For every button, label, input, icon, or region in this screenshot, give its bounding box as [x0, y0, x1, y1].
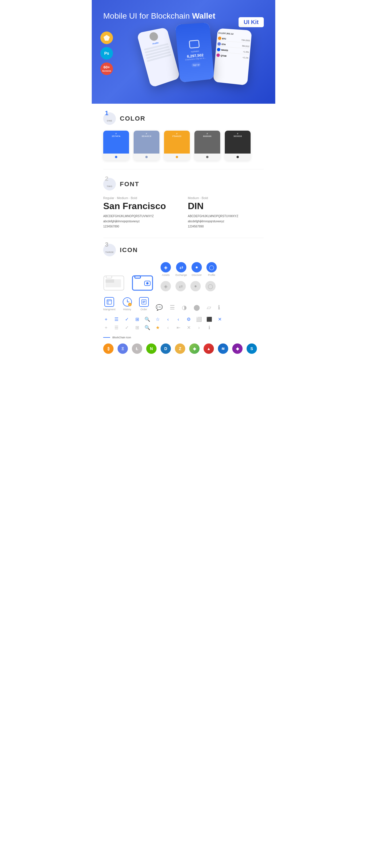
assets-icon-box: ◈ Assets [161, 262, 171, 276]
plus-icon: + [103, 317, 109, 322]
plus-icon-inactive: + [103, 325, 109, 330]
wallet-icons-row: ◈ Assets ⇄ Exchange ● Discover ◯ Profile… [103, 262, 264, 291]
share-icon: ‹ [175, 317, 181, 322]
qr-icon: ⊞ [134, 316, 140, 322]
utility-icons-active: + ☰ ✓ ⊞ 🔍 ☆ ‹ ‹ ⚙ ⬜ ⬛ ✕ [103, 316, 264, 322]
discover-icon-inactive: ● [190, 281, 201, 291]
sketch-badge [101, 32, 113, 44]
section-number-icon: 3 THREE ICON [103, 244, 264, 256]
blockchain-line [103, 337, 110, 338]
color-card-blue: # 3574FA [103, 131, 129, 160]
color-card-slate: # 8DA0C8 [134, 131, 160, 160]
color-section: 1 ONE COLOR # 3574FA # 8DA0C8 # F5A623 [92, 104, 275, 169]
forward-icon-inactive: › [196, 325, 202, 330]
bottom-nav-icons: Mangment ! History Order 💬 [103, 297, 264, 311]
qr-icon-inactive: ⊞ [134, 325, 140, 330]
svg-text:!: ! [129, 303, 130, 306]
phone-right: $ 6,297,502.12 BTC 738-2003 ETH 564,912 … [213, 28, 252, 85]
speech-icon: ▱ [207, 304, 211, 311]
matic-icon: ◆ [232, 343, 243, 354]
svg-rect-9 [107, 300, 112, 304]
zcash-icon: Z [175, 343, 185, 354]
star-icon: ☆ [155, 316, 161, 322]
back-icon-inactive: ‹ [165, 325, 171, 330]
icon-section: 3 THREE ICON [92, 238, 275, 362]
stack-icon: ☰ [170, 304, 175, 311]
svg-rect-4 [106, 279, 114, 283]
ps-badge: Ps [101, 47, 113, 60]
receive-icon: ⬛ [206, 316, 212, 322]
back-icon: ‹ [165, 317, 171, 322]
star-icon-active: ★ [155, 325, 161, 330]
management-icon-item: Mangment [103, 297, 116, 311]
section-number-color: 1 ONE COLOR [103, 112, 264, 125]
discover-icon: ● [192, 262, 202, 273]
circle-icon: ⬤ [194, 304, 200, 311]
send-icon: ⬜ [196, 316, 202, 322]
history-icon-item: ! History [122, 297, 132, 311]
font-section: 2 TWO FONT Regular · Medium · Bold San F… [92, 169, 275, 238]
ark-icon: ▲ [204, 343, 214, 354]
profile-icon-box: ◯ Profile [206, 262, 217, 276]
iota-icon: ◈ [189, 343, 200, 354]
exchange-icon-box: ⇄ Exchange [175, 262, 187, 276]
assets-icon-inactive: ◈ [161, 281, 171, 291]
eth-icon: Ξ [117, 343, 128, 354]
exchange-icon: ⇄ [176, 262, 186, 273]
svg-rect-6 [135, 276, 140, 278]
order-icon-item: Order [139, 297, 149, 311]
hero-badges: Ps 60+ Screens [101, 32, 113, 75]
font-din: Medium · Bold DIN ABCDEFGHIJKLMNOPQRSTUV… [188, 196, 264, 229]
nav-icon-group: ◈ Assets ⇄ Exchange ● Discover ◯ Profile… [161, 262, 217, 291]
phone-left: Profile [137, 27, 180, 88]
waves-icon: ≋ [218, 343, 228, 354]
edit-icon: ☰ [114, 316, 119, 322]
discover-icon-box: ● Discover [192, 262, 202, 276]
font-grid: Regular · Medium · Bold San Francisco AB… [103, 196, 264, 229]
utility-icons-inactive: + ☰ ✓ ⊞ 🔍 ★ ‹ ⇤ ✕ › ℹ [103, 325, 264, 330]
moon-icon: ◑ [182, 304, 187, 311]
number-circle-3: 3 THREE [103, 244, 116, 256]
crypto-icons-row: ₿ Ξ Ł N D Z ◈ ▲ ≋ ◆ S [103, 343, 264, 354]
font-sf: Regular · Medium · Bold San Francisco AB… [103, 196, 179, 229]
number-circle-2: 2 TWO [103, 178, 116, 190]
chat-icon: 💬 [156, 304, 163, 311]
edit-icon-inactive: ☰ [114, 325, 119, 330]
profile-icon: ◯ [206, 262, 217, 273]
svg-rect-2 [106, 276, 112, 278]
color-card-gray: # 666666 [194, 131, 220, 160]
info-icon-inactive: ℹ [206, 325, 212, 330]
screens-badge: 60+ Screens [101, 62, 113, 75]
info-icon: ℹ [218, 304, 220, 311]
search-icon-inactive: 🔍 [144, 325, 150, 330]
neo-icon: N [146, 343, 157, 354]
section-number-font: 2 TWO FONT [103, 178, 264, 190]
color-card-dark: # 303030 [225, 131, 251, 160]
wallet-solid-icon [132, 273, 155, 291]
number-circle-1: 1 ONE [103, 112, 116, 125]
hero-section: Mobile UI for Blockchain Wallet UI Kit P… [92, 0, 275, 104]
stratis-icon: S [247, 343, 257, 354]
svg-point-8 [146, 282, 148, 284]
settings-icon: ⚙ [186, 316, 192, 322]
x-icon-inactive: ✕ [186, 325, 192, 330]
share-icon-inactive: ⇤ [175, 325, 181, 330]
check-icon-inactive: ✓ [124, 325, 130, 330]
blockchain-icons-section: BlockChain Icon ₿ Ξ Ł N D Z ◈ ▲ ≋ ◆ S [103, 336, 264, 354]
dash-icon: D [161, 343, 171, 354]
search-icon: 🔍 [144, 316, 150, 322]
color-swatches: # 3574FA # 8DA0C8 # F5A623 # 666666 [103, 131, 264, 160]
exchange-icon-inactive: ⇄ [175, 281, 186, 291]
close-icon: ✕ [217, 316, 223, 322]
phone-center: myWallet 6,297,502 Characters may be re.… [175, 23, 215, 83]
svg-marker-0 [104, 35, 110, 41]
phones-preview: Profile myWallet 6,297,502 Characters ma… [126, 24, 264, 81]
ltc-icon: Ł [132, 343, 142, 354]
btc-icon: ₿ [103, 343, 114, 354]
assets-icon: ◈ [161, 262, 171, 273]
order-icon [139, 297, 149, 307]
blockchain-label: BlockChain Icon [103, 336, 264, 339]
history-icon: ! [122, 297, 132, 307]
wallet-wireframe-icon [103, 273, 126, 291]
management-icon [104, 297, 114, 307]
